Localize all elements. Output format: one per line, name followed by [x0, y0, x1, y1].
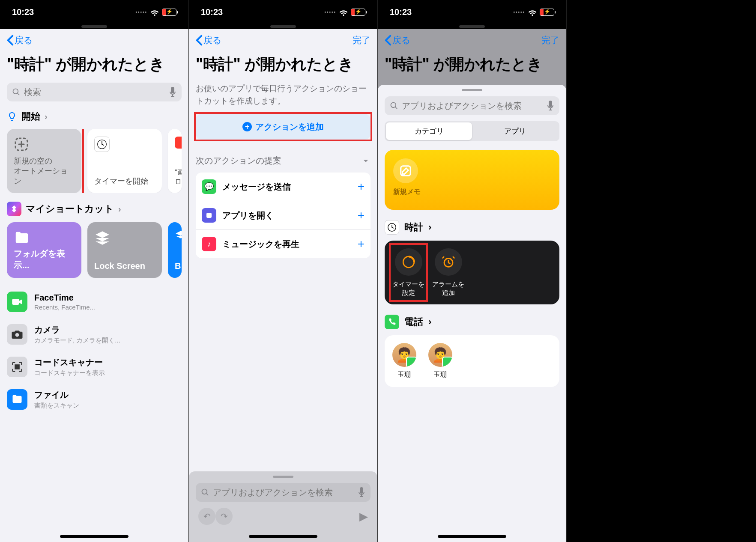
add-action-label: アクションを追加	[255, 121, 324, 133]
lock-screen-card[interactable]: Lock Screen	[87, 222, 162, 278]
chevron-right-icon: ›	[428, 316, 431, 328]
status-bar: 10:23 ••••• ⚡	[189, 0, 377, 24]
partial-blue-card[interactable]: B	[168, 222, 182, 278]
sheet-search-input[interactable]	[402, 101, 543, 111]
add-icon[interactable]: +	[358, 180, 365, 194]
facetime-icon	[7, 292, 27, 312]
start-timer-card[interactable]: タイマーを開始	[87, 129, 162, 193]
app-item-files[interactable]: ファイル書類をスキャン	[7, 383, 182, 416]
mic-icon[interactable]	[358, 487, 365, 497]
folder-card[interactable]: フォルダを表示...	[7, 222, 81, 278]
redo-button[interactable]: ↷	[215, 508, 233, 525]
bottom-search-input[interactable]	[213, 488, 354, 497]
card-text: 新規の空のオートメーション	[14, 156, 75, 186]
bottom-controls: ↶ ↷ ▶	[196, 508, 371, 525]
folder-icon	[14, 230, 30, 246]
sheet-handle-bg	[0, 24, 188, 29]
chevron-right-icon: ›	[45, 112, 48, 122]
undo-button[interactable]: ↶	[198, 508, 215, 525]
segmented-control[interactable]: カテゴリ アプリ	[385, 121, 559, 141]
bottom-panel[interactable]: ↶ ↷ ▶	[189, 471, 377, 542]
phone-section-header[interactable]: 電話 ›	[385, 315, 559, 329]
status-bar: 10:23 ••••• ⚡	[0, 0, 188, 24]
add-action-button[interactable]: + アクションを追加	[196, 114, 371, 140]
chevron-left-icon	[7, 35, 14, 46]
page-title: "時計" が開かれたとき	[196, 54, 371, 75]
clock-app-icon	[94, 137, 110, 152]
segment-app[interactable]: アプリ	[472, 122, 558, 140]
action-sheet: カテゴリ アプリ 新規メモ 時計 › タイマーを 設定 アラームを 追加	[378, 85, 566, 542]
action-open-app[interactable]: アプリを開く +	[196, 201, 371, 230]
grabber-icon[interactable]	[462, 89, 482, 91]
home-indicator[interactable]	[60, 535, 128, 538]
clock-actions-card: タイマーを 設定 アラームを 追加	[385, 241, 559, 304]
done-button[interactable]: 完了	[353, 34, 371, 46]
mic-icon[interactable]	[547, 101, 554, 111]
memo-label: 新規メモ	[393, 188, 551, 197]
stack-icon	[94, 230, 111, 246]
back-button[interactable]: 戻る	[7, 34, 33, 46]
qr-scanner-icon	[7, 357, 27, 377]
app-item-camera[interactable]: カメラカメラモード, カメラを開く...	[7, 318, 182, 351]
contact-item[interactable]: 🧑‍🦱 玉珊	[392, 343, 416, 379]
grabber-icon[interactable]	[273, 476, 293, 478]
page-title: "時計" が開かれたとき	[385, 54, 559, 75]
back-label: 戻る	[392, 34, 411, 46]
app-item-facetime[interactable]: FaceTimeRecents, FaceTime...	[7, 286, 182, 318]
battery-icon: ⚡	[162, 9, 176, 16]
alarm-icon	[435, 248, 462, 276]
back-button[interactable]: 戻る	[385, 34, 411, 46]
contact-name: 玉珊	[433, 370, 447, 379]
app-text: カメラカメラモード, カメラを開く...	[34, 324, 120, 345]
chevron-right-icon: ›	[428, 222, 431, 233]
add-icon[interactable]: +	[358, 208, 365, 222]
bottom-search[interactable]	[196, 483, 371, 502]
cell-dots-icon: •••••	[513, 10, 525, 15]
action-send-message[interactable]: 💬 メッセージを送信 +	[196, 173, 371, 201]
content-area: 戻る "時計" が開かれたとき 開始 › 新規の空のオートメーション タイマーを…	[0, 29, 188, 542]
done-button[interactable]: 完了	[541, 34, 559, 46]
home-indicator[interactable]	[249, 535, 317, 538]
search-field[interactable]	[7, 83, 182, 101]
sheet-search[interactable]	[385, 96, 559, 115]
svg-rect-5	[15, 365, 19, 369]
wifi-icon	[339, 7, 348, 17]
status-icons: ••••• ⚡	[135, 7, 176, 17]
bulb-icon	[7, 111, 17, 122]
add-icon[interactable]: +	[358, 237, 365, 251]
suggestions-header[interactable]: 次のアクションの提案	[196, 155, 371, 167]
chevron-down-icon	[361, 156, 371, 166]
status-icons: ••••• ⚡	[324, 7, 365, 17]
partial-card[interactable]: "画ロ	[168, 129, 182, 193]
timer-label: タイマーを 設定	[392, 280, 424, 297]
home-indicator[interactable]	[438, 535, 506, 538]
contact-item[interactable]: 🧑‍🦱 玉珊	[428, 343, 452, 379]
wifi-icon	[150, 7, 159, 17]
card-label: Lock Screen	[94, 261, 155, 271]
action-label: アプリを開く	[222, 210, 352, 221]
app-item-scanner[interactable]: コードスキャナーコードスキャナーを表示	[7, 351, 182, 383]
status-time: 10:23	[12, 7, 34, 17]
avatar: 🧑‍🦱	[428, 343, 452, 367]
add-alarm-action[interactable]: アラームを 追加	[432, 248, 464, 297]
play-button[interactable]: ▶	[359, 510, 368, 523]
start-section-header[interactable]: 開始 ›	[7, 110, 182, 123]
timer-icon	[395, 248, 422, 276]
action-label: ミュージックを再生	[222, 238, 352, 250]
set-timer-action[interactable]: タイマーを 設定	[392, 248, 424, 297]
search-input[interactable]	[24, 87, 165, 97]
app-text: ファイル書類をスキャン	[34, 389, 79, 410]
my-shortcuts-header[interactable]: マイショートカット ›	[7, 202, 182, 216]
new-memo-card[interactable]: 新規メモ	[385, 150, 559, 210]
action-play-music[interactable]: ♪ ミュージックを再生 +	[196, 230, 371, 258]
contact-name: 玉珊	[397, 370, 411, 379]
mic-icon[interactable]	[169, 87, 176, 97]
start-cards-row: 新規の空のオートメーション タイマーを開始 "画ロ	[7, 129, 182, 193]
search-icon	[201, 488, 209, 497]
contacts-card: 🧑‍🦱 玉珊 🧑‍🦱 玉珊	[385, 335, 559, 387]
svg-rect-3	[12, 299, 19, 305]
back-button[interactable]: 戻る	[196, 34, 222, 46]
new-empty-automation-card[interactable]: 新規の空のオートメーション	[7, 129, 81, 193]
clock-section-header[interactable]: 時計 ›	[385, 220, 559, 235]
segment-category[interactable]: カテゴリ	[386, 122, 472, 140]
